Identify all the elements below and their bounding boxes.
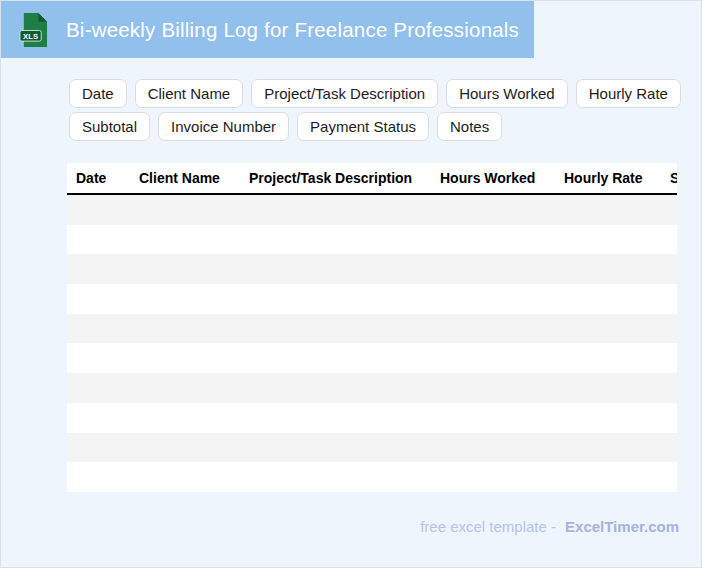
table-cell bbox=[557, 254, 663, 284]
table-cell bbox=[132, 373, 242, 403]
tag-invoice-number[interactable]: Invoice Number bbox=[158, 112, 289, 141]
table-cell bbox=[242, 254, 433, 284]
table-cell bbox=[663, 194, 677, 225]
billing-table-container: DateClient NameProject/Task DescriptionH… bbox=[67, 163, 677, 492]
table-cell bbox=[557, 433, 663, 463]
table-cell bbox=[242, 194, 433, 225]
table-cell bbox=[132, 284, 242, 314]
table-cell bbox=[67, 254, 132, 284]
column-header-project-task-description: Project/Task Description bbox=[242, 163, 433, 194]
tag-project-task-description[interactable]: Project/Task Description bbox=[251, 79, 438, 108]
table-cell bbox=[557, 225, 663, 255]
table-cell bbox=[242, 373, 433, 403]
table-row bbox=[67, 343, 677, 373]
table-row bbox=[67, 403, 677, 433]
table-cell bbox=[433, 462, 557, 492]
table-cell bbox=[557, 284, 663, 314]
table-cell bbox=[242, 343, 433, 373]
table-row bbox=[67, 433, 677, 463]
footer-brand-link[interactable]: ExcelTimer.com bbox=[565, 518, 679, 535]
tag-hours-worked[interactable]: Hours Worked bbox=[446, 79, 568, 108]
table-cell bbox=[433, 433, 557, 463]
table-cell bbox=[433, 225, 557, 255]
table-cell bbox=[132, 462, 242, 492]
footer: free excel template -ExcelTimer.com bbox=[420, 518, 679, 535]
table-cell bbox=[67, 403, 132, 433]
table-row bbox=[67, 284, 677, 314]
column-header-client-name: Client Name bbox=[132, 163, 242, 194]
tag-payment-status[interactable]: Payment Status bbox=[297, 112, 429, 141]
xls-badge-label: XLS bbox=[23, 31, 38, 40]
table-cell bbox=[663, 403, 677, 433]
table-cell bbox=[433, 194, 557, 225]
table-cell bbox=[242, 225, 433, 255]
table-cell bbox=[557, 462, 663, 492]
table-cell bbox=[433, 254, 557, 284]
column-header-hours-worked: Hours Worked bbox=[433, 163, 557, 194]
table-cell bbox=[132, 314, 242, 344]
billing-table: DateClient NameProject/Task DescriptionH… bbox=[67, 163, 677, 492]
table-cell bbox=[242, 403, 433, 433]
table-cell bbox=[132, 433, 242, 463]
column-header-date: Date bbox=[67, 163, 132, 194]
table-cell bbox=[663, 462, 677, 492]
table-cell bbox=[433, 284, 557, 314]
header-bar: XLS Bi-weekly Billing Log for Freelance … bbox=[1, 1, 534, 58]
table-cell bbox=[557, 403, 663, 433]
tag-notes[interactable]: Notes bbox=[437, 112, 502, 141]
table-cell bbox=[132, 403, 242, 433]
table-cell bbox=[663, 254, 677, 284]
page: XLS Bi-weekly Billing Log for Freelance … bbox=[0, 0, 702, 568]
table-cell bbox=[242, 314, 433, 344]
table-header-row: DateClient NameProject/Task DescriptionH… bbox=[67, 163, 677, 194]
table-row bbox=[67, 194, 677, 225]
table-cell bbox=[132, 343, 242, 373]
table-cell bbox=[557, 194, 663, 225]
table-cell bbox=[663, 225, 677, 255]
xls-file-icon: XLS bbox=[19, 12, 48, 48]
table-cell bbox=[67, 373, 132, 403]
table-cell bbox=[67, 225, 132, 255]
table-row bbox=[67, 225, 677, 255]
table-cell bbox=[433, 314, 557, 344]
tag-client-name[interactable]: Client Name bbox=[135, 79, 244, 108]
table-cell bbox=[242, 284, 433, 314]
table-cell bbox=[557, 343, 663, 373]
footer-text: free excel template - bbox=[420, 518, 556, 535]
table-cell bbox=[132, 225, 242, 255]
tag-subtotal[interactable]: Subtotal bbox=[69, 112, 150, 141]
table-row bbox=[67, 462, 677, 492]
table-cell bbox=[433, 373, 557, 403]
table-cell bbox=[67, 343, 132, 373]
table-cell bbox=[132, 194, 242, 225]
table-cell bbox=[433, 403, 557, 433]
table-cell bbox=[557, 314, 663, 344]
table-cell bbox=[663, 314, 677, 344]
table-cell bbox=[242, 462, 433, 492]
table-cell bbox=[663, 433, 677, 463]
table-cell bbox=[67, 194, 132, 225]
table-cell bbox=[67, 284, 132, 314]
table-cell bbox=[663, 373, 677, 403]
tag-date[interactable]: Date bbox=[69, 79, 127, 108]
table-cell bbox=[433, 343, 557, 373]
table-cell bbox=[132, 254, 242, 284]
tag-hourly-rate[interactable]: Hourly Rate bbox=[576, 79, 681, 108]
table-cell bbox=[67, 314, 132, 344]
column-tag-list: DateClient NameProject/Task DescriptionH… bbox=[69, 79, 693, 141]
table-cell bbox=[557, 373, 663, 403]
column-header-subtotal: Subtotal bbox=[663, 163, 677, 194]
table-row bbox=[67, 254, 677, 284]
table-cell bbox=[67, 433, 132, 463]
table-cell bbox=[242, 433, 433, 463]
column-header-hourly-rate: Hourly Rate bbox=[557, 163, 663, 194]
table-row bbox=[67, 314, 677, 344]
table-row bbox=[67, 373, 677, 403]
table-cell bbox=[67, 462, 132, 492]
table-cell bbox=[663, 284, 677, 314]
table-cell bbox=[663, 343, 677, 373]
page-title: Bi-weekly Billing Log for Freelance Prof… bbox=[66, 18, 519, 42]
